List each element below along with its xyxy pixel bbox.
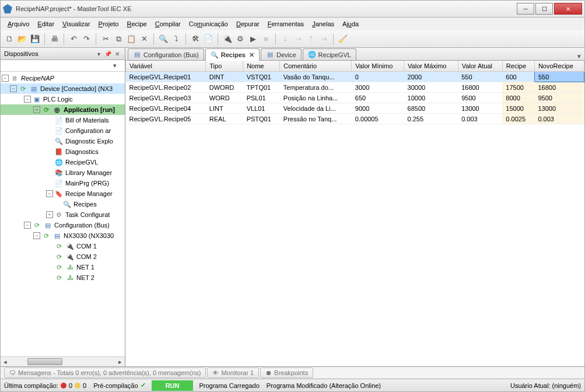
tab-messages[interactable]: 🗨 Mensagens - Totais 0 erro(s), 0 advert… bbox=[4, 368, 206, 378]
cell[interactable]: 10000 bbox=[404, 93, 458, 103]
cell[interactable]: DINT bbox=[206, 72, 243, 82]
cell[interactable]: 8000 bbox=[502, 93, 534, 103]
col-tipo[interactable]: Tipo bbox=[206, 61, 243, 72]
col-valor-minimo[interactable]: Valor Mínimo bbox=[352, 61, 404, 72]
cell[interactable]: REAL bbox=[206, 114, 243, 124]
login-icon[interactable]: 🔌 bbox=[222, 34, 233, 44]
tree-hscroll[interactable]: ◂ ▸ bbox=[1, 356, 125, 366]
cell[interactable]: 2000 bbox=[404, 72, 458, 82]
table-row[interactable]: RecipeGVL.Recipe01DINTVSTQ01Vasão do Tan… bbox=[126, 72, 584, 82]
cell[interactable]: RecipeGVL.Recipe05 bbox=[126, 114, 206, 124]
tree-diag-expl[interactable]: 🔍 Diagnostic Explo bbox=[1, 136, 125, 146]
tab-configuration-bus[interactable]: ▤ Configuration (Bus) bbox=[128, 48, 204, 60]
tab-device[interactable]: ▤ Device bbox=[261, 48, 302, 60]
cell[interactable]: 0 bbox=[352, 72, 404, 82]
table-row[interactable]: RecipeGVL.Recipe02DWORDTPTQ01Temperatura… bbox=[126, 82, 584, 93]
cell[interactable]: 30000 bbox=[404, 82, 458, 93]
col-comentario[interactable]: Comentário bbox=[280, 61, 352, 72]
scroll-left-icon[interactable]: ◂ bbox=[1, 358, 10, 366]
cell[interactable]: 550 bbox=[458, 72, 502, 82]
col-variavel[interactable]: Variável bbox=[126, 61, 206, 72]
cell[interactable]: Vasão do Tanqu... bbox=[280, 72, 352, 82]
find-icon[interactable]: 🔍 bbox=[158, 34, 169, 44]
menu-arquivo[interactable]: Arquivo bbox=[4, 19, 33, 29]
tab-monitor[interactable]: 👁 Monitorar 1 bbox=[207, 368, 259, 378]
table-row[interactable]: RecipeGVL.Recipe03WORDPSL01Posição na Li… bbox=[126, 93, 584, 103]
tabs-dropdown-icon[interactable]: ▾ bbox=[574, 52, 584, 60]
menu-depurar[interactable]: Depurar bbox=[233, 19, 263, 29]
step-into-icon[interactable]: ⇣ bbox=[280, 34, 290, 44]
cell[interactable]: RecipeGVL.Recipe03 bbox=[126, 93, 206, 103]
step-over-icon[interactable]: ⇢ bbox=[293, 34, 303, 44]
tree-bill[interactable]: 📄 Bill of Materials bbox=[1, 115, 125, 125]
tab-breakpoints[interactable]: ⏺ Breakpoints bbox=[260, 368, 313, 378]
cell[interactable]: Posição na Linha... bbox=[280, 93, 352, 103]
logout-icon[interactable]: ⚙ bbox=[235, 34, 246, 44]
close-button[interactable]: ✕ bbox=[554, 3, 582, 15]
cell[interactable]: Velocidade da Li... bbox=[280, 103, 352, 114]
step-out-icon[interactable]: ⇡ bbox=[306, 34, 316, 44]
scroll-thumb[interactable] bbox=[27, 358, 62, 365]
panel-close-icon[interactable]: ✕ bbox=[113, 50, 121, 58]
tree-recipegvl[interactable]: 🌐 RecipeGVL bbox=[1, 157, 125, 167]
cell[interactable]: VLL01 bbox=[243, 103, 280, 114]
cell[interactable]: VSTQ01 bbox=[243, 72, 280, 82]
tree-com1[interactable]: ⟳ 🔌 COM 1 bbox=[1, 241, 125, 251]
tab-recipegvl[interactable]: 🌐 RecipeGVL bbox=[303, 48, 356, 60]
cell[interactable]: Temperatura do... bbox=[280, 82, 352, 93]
menu-projeto[interactable]: Projeto bbox=[95, 19, 122, 29]
print-icon[interactable]: 🖶 bbox=[49, 34, 59, 44]
copy-icon[interactable]: ⧉ bbox=[113, 34, 124, 44]
cell[interactable]: RecipeGVL.Recipe04 bbox=[126, 103, 206, 114]
cut-icon[interactable]: ✂ bbox=[100, 34, 111, 44]
build-icon[interactable]: 🛠 bbox=[190, 34, 201, 44]
cell[interactable]: DWORD bbox=[206, 82, 243, 93]
tree-plc[interactable]: −▣ PLC Logic bbox=[1, 94, 125, 104]
cell[interactable]: WORD bbox=[206, 93, 243, 103]
cell[interactable]: 13000 bbox=[534, 103, 584, 114]
cell[interactable]: 0.255 bbox=[404, 114, 458, 124]
cell[interactable]: 9000 bbox=[352, 103, 404, 114]
stop-icon[interactable]: ■ bbox=[261, 34, 271, 44]
cursor-icon[interactable]: ⇥ bbox=[318, 34, 329, 44]
tree-application[interactable]: −⟳ ◎ Application [run] bbox=[1, 104, 125, 115]
menu-editar[interactable]: Editar bbox=[34, 19, 58, 29]
rebuild-icon[interactable]: 📄 bbox=[203, 34, 213, 44]
tree-mainprg[interactable]: 📄 MainPrg (PRG) bbox=[1, 178, 125, 188]
recipe-grid[interactable]: Variável Tipo Nome Comentário Valor Míni… bbox=[125, 61, 584, 366]
tree-com2[interactable]: ⟳ 🔌 COM 2 bbox=[1, 251, 125, 262]
cell[interactable]: LINT bbox=[206, 103, 243, 114]
tree-nx3030[interactable]: −⟳ ▤ NX3030 (NX3030 bbox=[1, 230, 125, 241]
col-valor-atual[interactable]: Valor Atual bbox=[458, 61, 502, 72]
cell[interactable]: RecipeGVL.Recipe01 bbox=[126, 72, 206, 82]
minimize-button[interactable]: ─ bbox=[517, 3, 534, 15]
panel-dropdown-icon[interactable]: ▾ bbox=[94, 50, 103, 58]
cell[interactable]: Pressão no Tanq... bbox=[280, 114, 352, 124]
redo-icon[interactable]: ↷ bbox=[81, 34, 92, 44]
menu-ferramentas[interactable]: Ferramentas bbox=[264, 19, 307, 29]
panel-pin-icon[interactable]: 📌 bbox=[104, 50, 112, 58]
menu-compilar[interactable]: Compilar bbox=[152, 19, 184, 29]
menu-recipe[interactable]: Recipe bbox=[123, 19, 150, 29]
open-icon[interactable]: 📂 bbox=[17, 34, 27, 44]
clean-icon[interactable]: 🧹 bbox=[338, 34, 348, 44]
tree-net1[interactable]: ⟳ 🖧 NET 1 bbox=[1, 262, 125, 272]
cell[interactable]: 17500 bbox=[502, 82, 534, 93]
table-row[interactable]: RecipeGVL.Recipe04LINTVLL01Velocidade da… bbox=[126, 103, 584, 114]
undo-icon[interactable]: ↶ bbox=[68, 34, 79, 44]
menu-visualizar[interactable]: Visualizar bbox=[59, 19, 94, 29]
cell[interactable]: 0.003 bbox=[458, 114, 502, 124]
tree-device[interactable]: −⟳ ▤ Device [Conectado] (NX3 bbox=[1, 83, 125, 94]
tab-close-icon[interactable]: ✕ bbox=[249, 51, 254, 59]
cell[interactable]: 550 bbox=[534, 72, 584, 82]
findnext-icon[interactable]: ⤵ bbox=[171, 34, 181, 44]
cell[interactable]: 9500 bbox=[534, 93, 584, 103]
col-nome[interactable]: Nome bbox=[243, 61, 280, 72]
cell[interactable]: 16800 bbox=[534, 82, 584, 93]
save-icon[interactable]: 💾 bbox=[30, 34, 40, 44]
device-tree[interactable]: −🗎 RecipeNAP −⟳ ▤ Device [Conectado] (NX… bbox=[1, 72, 125, 356]
tree-net2[interactable]: ⟳ 🖧 NET 2 bbox=[1, 272, 125, 283]
cell[interactable]: 0.003 bbox=[534, 114, 584, 124]
tree-confar[interactable]: 📄 Configuration ar bbox=[1, 125, 125, 136]
cell[interactable]: TPTQ01 bbox=[243, 82, 280, 93]
